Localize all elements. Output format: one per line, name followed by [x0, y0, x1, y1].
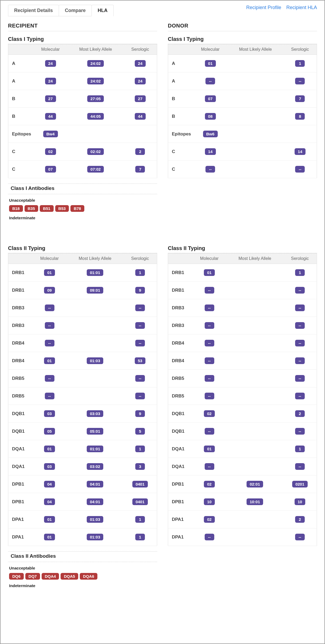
hla-value-pill: --	[295, 428, 305, 435]
hla-value-pill: --	[295, 78, 305, 84]
hla-value-pill: 27	[45, 95, 56, 102]
serologic-cell: --	[283, 370, 317, 387]
hla-value-pill: 10:01	[247, 498, 263, 505]
hla-value-pill: --	[205, 287, 214, 294]
recipient-class1-table: Molecular Most Likely Allele Serologic A…	[8, 44, 157, 178]
hla-value-pill: --	[205, 357, 214, 364]
link-recipient-hla[interactable]: Recipient HLA	[286, 5, 317, 10]
typing-row: DRB3----	[168, 317, 317, 334]
hla-value-pill: --	[295, 357, 305, 364]
col-blank	[8, 253, 32, 264]
donor-header: DONOR	[168, 23, 317, 31]
locus-cell: B	[168, 108, 193, 125]
mla-cell: 01:03	[67, 511, 123, 528]
mla-cell: 01:03	[67, 352, 123, 370]
ab-unacceptable-row: B18B35B51B53B78	[8, 205, 157, 212]
hla-value-pill: 01	[44, 269, 55, 276]
hla-value-pill: Bw6	[203, 131, 218, 137]
molecular-cell: --	[192, 387, 227, 405]
hla-value-pill: --	[295, 393, 305, 399]
mla-cell: 27:05	[68, 90, 124, 108]
locus-cell: Epitopes	[168, 125, 193, 143]
serologic-cell: 24	[124, 72, 157, 90]
locus-cell: DQA1	[8, 440, 32, 458]
locus-cell: B	[168, 90, 193, 108]
col-molecular: Molecular	[33, 44, 68, 55]
typing-row: DRB5----	[168, 387, 317, 405]
locus-cell: A	[168, 72, 193, 90]
locus-cell: B	[8, 90, 33, 108]
tab-compare[interactable]: Compare	[59, 5, 92, 16]
typing-row: DQB1022	[168, 405, 317, 423]
molecular-cell: --	[32, 334, 67, 352]
hla-value-pill: --	[295, 375, 305, 382]
serologic-cell: 0401	[123, 493, 157, 511]
col-serologic: Serologic	[124, 44, 157, 55]
hla-value-pill: 0201	[292, 481, 307, 487]
mla-cell	[227, 528, 283, 546]
locus-cell: DRB4	[168, 334, 192, 352]
serologic-cell: 8	[283, 108, 317, 125]
mla-cell: 03:02	[67, 458, 123, 475]
serologic-cell: --	[283, 282, 317, 299]
serologic-cell: 1	[283, 55, 317, 72]
mla-cell: 03:03	[67, 405, 123, 423]
molecular-cell: 01	[32, 528, 67, 546]
molecular-cell: --	[192, 317, 227, 334]
locus-cell: DPB1	[8, 475, 32, 493]
ab-unacceptable-label: Unacceptable	[9, 198, 157, 202]
hla-value-pill: --	[295, 340, 305, 346]
mla-cell: 01:01	[67, 264, 123, 282]
molecular-cell: Bw6	[193, 125, 228, 143]
hla-value-pill: 03:03	[87, 410, 103, 417]
mla-cell	[227, 458, 283, 475]
locus-cell: DQA1	[168, 440, 192, 458]
serologic-cell: 3	[123, 458, 157, 475]
hla-value-pill: --	[295, 322, 305, 329]
locus-cell: DRB5	[8, 370, 32, 387]
hla-value-pill: 01	[44, 534, 55, 540]
mla-cell	[227, 317, 283, 334]
serologic-cell: --	[283, 352, 317, 370]
typing-row: C----	[168, 161, 317, 178]
molecular-cell: 07	[193, 90, 228, 108]
locus-cell: DQB1	[168, 405, 192, 423]
typing-row: C1414	[168, 143, 317, 161]
col-mla: Most Likely Allele	[67, 253, 123, 264]
molecular-cell: 02	[192, 511, 227, 528]
hla-value-pill: 04	[44, 481, 55, 487]
locus-cell: DRB4	[168, 352, 192, 370]
mla-cell: 09:01	[67, 282, 123, 299]
serologic-cell: --	[283, 72, 317, 90]
serologic-cell: 5	[123, 423, 157, 440]
hla-value-pill: 0401	[132, 498, 148, 505]
mla-cell: 04:01	[67, 475, 123, 493]
locus-cell: DPA1	[8, 528, 32, 546]
hla-value-pill: 7	[295, 95, 305, 102]
tab-hla[interactable]: HLA	[92, 5, 114, 16]
tab-recipient-details[interactable]: Recipient Details	[8, 5, 59, 16]
mla-cell	[227, 370, 283, 387]
hla-value-pill: 0401	[132, 481, 148, 487]
typing-row: A2424:0224	[8, 72, 157, 90]
typing-row: B088	[168, 108, 317, 125]
hla-value-pill: --	[45, 375, 54, 382]
hla-value-pill: --	[205, 463, 214, 470]
col-serologic: Serologic	[283, 44, 317, 55]
molecular-cell: 02	[192, 405, 227, 423]
hla-value-pill: 2	[135, 148, 145, 155]
hla-value-pill: 2	[295, 410, 305, 417]
hla-value-pill: --	[205, 340, 214, 346]
typing-row: DQB10505:015	[8, 423, 157, 440]
serologic-cell: 44	[124, 108, 157, 125]
hla-value-pill: 5	[135, 428, 145, 435]
link-recipient-profile[interactable]: Recipient Profile	[246, 5, 281, 10]
molecular-cell: 01	[32, 352, 67, 370]
molecular-cell: --	[192, 334, 227, 352]
hla-value-pill: 01	[204, 269, 215, 276]
serologic-cell: 27	[124, 90, 157, 108]
antibody-pill: DQA4	[42, 573, 59, 580]
recipient-class2-antibodies: Class II Antibodies Unacceptable DQ6DQ7D…	[8, 552, 157, 591]
typing-row: DQB1----	[168, 423, 317, 440]
hla-value-pill: --	[45, 322, 54, 329]
